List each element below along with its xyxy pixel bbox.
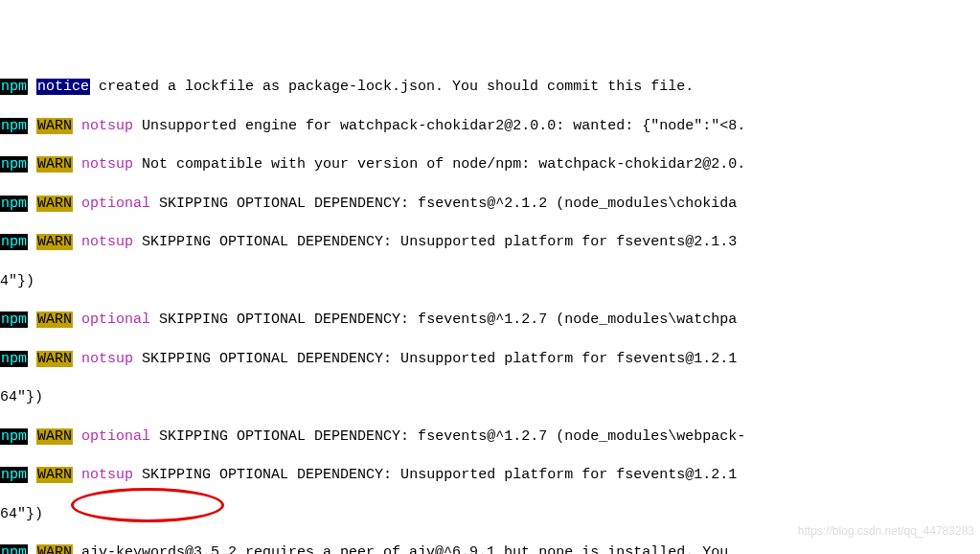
notsup-label: notsup <box>81 156 133 173</box>
warn-tag: WARN <box>36 544 73 554</box>
notsup-label: notsup <box>81 118 133 134</box>
warn-tag: WARN <box>36 196 73 212</box>
line-warn-8: npm WARN notsup SKIPPING OPTIONAL DEPEND… <box>0 466 980 485</box>
text: created a lockfile as package-lock.json.… <box>90 79 694 95</box>
line-warn-3: npm WARN optional SKIPPING OPTIONAL DEPE… <box>0 195 980 214</box>
watermark-text: https://blog.csdn.net/qq_44783283 <box>798 523 974 539</box>
line-warn-7: npm WARN optional SKIPPING OPTIONAL DEPE… <box>0 427 980 447</box>
line-wrap-1: 4"}) <box>0 272 980 291</box>
optional-label: optional <box>81 312 150 328</box>
notsup-label: notsup <box>81 234 133 250</box>
warn-tag: WARN <box>36 156 73 173</box>
line-notice: npm notice created a lockfile as package… <box>0 78 980 97</box>
line-wrap-2: 64"}) <box>0 388 980 407</box>
text: SKIPPING OPTIONAL DEPENDENCY: fsevents@^… <box>150 312 737 328</box>
text: SKIPPING OPTIONAL DEPENDENCY: Unsupporte… <box>133 467 737 483</box>
npm-tag: npm <box>0 428 28 445</box>
text: Not compatible with your version of node… <box>133 156 745 173</box>
npm-tag: npm <box>0 79 28 95</box>
warn-tag: WARN <box>36 234 73 250</box>
optional-label: optional <box>81 428 150 445</box>
npm-tag: npm <box>0 156 28 173</box>
notsup-label: notsup <box>81 351 133 367</box>
npm-tag: npm <box>0 312 28 328</box>
warn-tag: WARN <box>36 312 73 328</box>
line-warn-6: npm WARN notsup SKIPPING OPTIONAL DEPEND… <box>0 350 980 369</box>
text: SKIPPING OPTIONAL DEPENDENCY: Unsupporte… <box>133 234 745 250</box>
text: ajv-keywords@3.5.2 requires a peer of aj… <box>73 544 737 554</box>
warn-tag: WARN <box>36 428 73 445</box>
text: Unsupported engine for watchpack-chokida… <box>133 118 745 134</box>
line-warn-5: npm WARN optional SKIPPING OPTIONAL DEPE… <box>0 311 980 330</box>
text: SKIPPING OPTIONAL DEPENDENCY: fsevents@^… <box>150 428 745 445</box>
npm-tag: npm <box>0 544 28 554</box>
npm-tag: npm <box>0 196 28 212</box>
optional-label: optional <box>81 196 150 212</box>
text: SKIPPING OPTIONAL DEPENDENCY: fsevents@^… <box>150 196 737 212</box>
npm-tag: npm <box>0 234 28 250</box>
line-warn-1: npm WARN notsup Unsupported engine for w… <box>0 117 980 136</box>
warn-tag: WARN <box>36 467 73 483</box>
line-warn-2: npm WARN notsup Not compatible with your… <box>0 155 980 174</box>
text: SKIPPING OPTIONAL DEPENDENCY: Unsupporte… <box>133 351 737 367</box>
line-warn-4: npm WARN notsup SKIPPING OPTIONAL DEPEND… <box>0 233 980 252</box>
line-warn-9: npm WARN ajv-keywords@3.5.2 requires a p… <box>0 543 980 554</box>
notice-tag: notice <box>36 79 90 95</box>
line-wrap-3: 64"}) <box>0 505 980 524</box>
notsup-label: notsup <box>81 467 133 483</box>
npm-tag: npm <box>0 351 28 367</box>
warn-tag: WARN <box>36 118 73 134</box>
npm-tag: npm <box>0 467 28 483</box>
warn-tag: WARN <box>36 351 73 367</box>
npm-tag: npm <box>0 118 28 134</box>
